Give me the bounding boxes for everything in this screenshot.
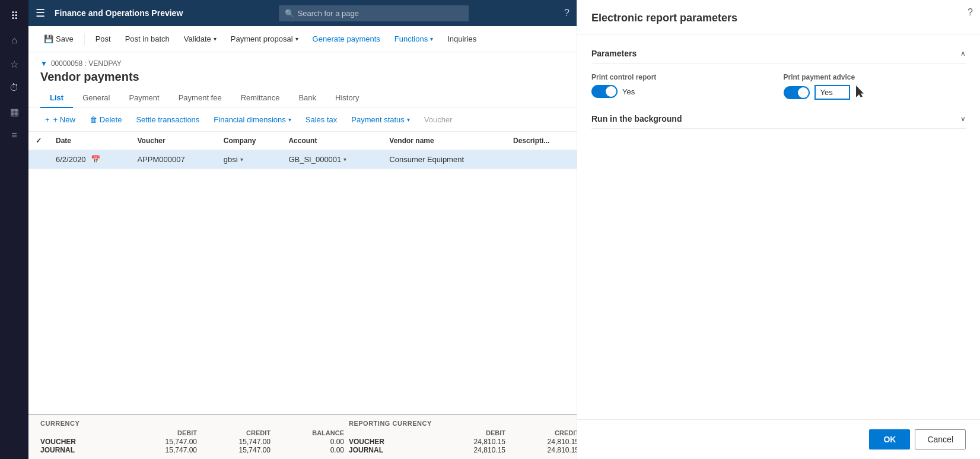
table-header-row: ✓ Date Voucher Company Account Vendor na… — [28, 132, 577, 150]
filter-icon: ▼ — [40, 59, 47, 68]
app-title: Finance and Operations Preview — [55, 8, 183, 18]
print-payment-param: Print payment advice Yes — [784, 73, 966, 100]
ok-button[interactable]: OK — [869, 429, 910, 449]
new-button[interactable]: + + New — [40, 113, 80, 126]
parameters-section-title: Parameters — [591, 49, 637, 58]
print-payment-label: Print payment advice — [784, 73, 966, 81]
payment-status-chevron-icon: ▾ — [407, 116, 410, 123]
voucher-button[interactable]: Voucher — [419, 113, 457, 126]
print-control-toggle[interactable] — [591, 85, 618, 98]
right-panel: ? Electronic report parameters Parameter… — [577, 0, 980, 459]
page-title: Vendor payments — [40, 70, 565, 84]
row-description — [506, 150, 577, 169]
parameters-section-header[interactable]: Parameters ∧ — [591, 44, 966, 64]
settle-transactions-button[interactable]: Settle transactions — [131, 113, 204, 126]
col-voucher: Voucher — [130, 132, 216, 150]
delete-icon: 🗑 — [90, 115, 97, 124]
waffle-icon[interactable]: ⠿ — [6, 5, 23, 27]
print-payment-control: Yes — [784, 85, 966, 100]
help-icon[interactable]: ? — [564, 8, 569, 18]
validate-button[interactable]: Validate ▾ — [178, 31, 222, 47]
table-row[interactable]: 6/2/2020 📅 APPM000007 gbsi ▾ — [28, 150, 577, 169]
functions-chevron-icon: ▾ — [430, 36, 433, 42]
panel-header: Electronic report parameters — [577, 0, 980, 34]
tab-general[interactable]: General — [73, 88, 119, 108]
post-button[interactable]: Post — [90, 31, 117, 47]
cancel-button[interactable]: Cancel — [915, 429, 966, 449]
star-icon[interactable]: ☆ — [4, 53, 25, 75]
col-description: Descripti... — [506, 132, 577, 150]
sales-tax-button[interactable]: Sales tax — [301, 113, 342, 126]
parameters-chevron-icon: ∧ — [960, 49, 966, 58]
col-vendor-name: Vendor name — [382, 132, 506, 150]
print-control-toggle-knob — [606, 86, 616, 97]
print-control-value: Yes — [622, 87, 635, 96]
delete-button[interactable]: 🗑 Delete — [85, 113, 127, 126]
clock-icon[interactable]: ⏱ — [4, 77, 25, 99]
account-chevron-icon[interactable]: ▾ — [343, 156, 346, 163]
col-date: Date — [49, 132, 130, 150]
row-account: GB_SI_000001 ▾ — [281, 150, 382, 169]
tab-payment-fee[interactable]: Payment fee — [169, 88, 231, 108]
save-icon: 💾 — [44, 34, 53, 43]
hamburger-icon[interactable]: ☰ — [36, 7, 45, 20]
main-area: ☰ Finance and Operations Preview 🔍 ? 💾 S… — [28, 0, 577, 459]
date-calendar-icon[interactable]: 📅 — [91, 155, 100, 164]
currency-section: CURRENCY DEBIT CREDIT BALANCE VOUCHER 15… — [40, 420, 344, 454]
payment-status-button[interactable]: Payment status ▾ — [346, 113, 415, 126]
reporting-currency-label: REPORTING CURRENCY — [349, 420, 577, 427]
row-vendor-name: Consumer Equipment — [382, 150, 506, 169]
post-batch-button[interactable]: Post in batch — [119, 31, 176, 47]
currency-label: CURRENCY — [40, 420, 344, 427]
functions-button[interactable]: Functions ▾ — [389, 31, 439, 47]
list-icon[interactable]: ≡ — [4, 125, 25, 146]
parameters-section: Parameters ∧ Print control report Yes — [591, 44, 966, 100]
payment-proposal-chevron-icon: ▾ — [295, 36, 298, 42]
panel-footer: OK Cancel — [577, 419, 980, 459]
print-control-param: Print control report Yes — [591, 73, 774, 100]
panel-title: Electronic report parameters — [591, 12, 966, 24]
home-icon[interactable]: ⌂ — [4, 30, 25, 51]
row-date: 6/2/2020 📅 — [49, 150, 130, 169]
tab-bank[interactable]: Bank — [289, 88, 326, 108]
financial-dimensions-button[interactable]: Financial dimensions ▾ — [209, 113, 295, 126]
reporting-journal-row: JOURNAL 24,810.15 24,810.15 24,810.15 — [349, 446, 577, 454]
payments-table: ✓ Date Voucher Company Account Vendor na… — [28, 132, 577, 169]
table-container: ✓ Date Voucher Company Account Vendor na… — [28, 132, 577, 414]
run-background-header[interactable]: Run in the background ∨ — [591, 109, 966, 129]
panel-help-icon[interactable]: ? — [968, 7, 973, 18]
generate-payments-button[interactable]: Generate payments — [307, 31, 386, 47]
tab-list[interactable]: List — [40, 88, 73, 108]
top-header: ☰ Finance and Operations Preview 🔍 ? — [28, 0, 577, 26]
tabs: List General Payment Payment fee Remitta… — [28, 88, 577, 108]
action-bar: + + New 🗑 Delete Settle transactions Fin… — [28, 108, 577, 132]
print-control-label: Print control report — [591, 73, 774, 81]
save-button[interactable]: 💾 Save — [38, 31, 79, 47]
footer-totals: CURRENCY DEBIT CREDIT BALANCE VOUCHER 15… — [28, 414, 577, 459]
separator-1 — [84, 33, 85, 45]
payment-proposal-button[interactable]: Payment proposal ▾ — [225, 31, 304, 47]
run-background-title: Run in the background — [591, 114, 682, 124]
grid-icon[interactable]: ▦ — [4, 101, 25, 122]
voucher-row: VOUCHER 15,747.00 15,747.00 0.00 — [40, 438, 344, 446]
print-control-control: Yes — [591, 85, 774, 98]
params-grid: Print control report Yes Print payment a… — [591, 73, 966, 100]
inquiries-button[interactable]: Inquiries — [441, 31, 482, 47]
row-check[interactable] — [28, 150, 49, 169]
new-plus-icon: + — [45, 115, 50, 124]
col-company: Company — [217, 132, 282, 150]
tab-payment[interactable]: Payment — [119, 88, 168, 108]
search-input[interactable] — [279, 5, 469, 21]
tab-history[interactable]: History — [326, 88, 368, 108]
company-chevron-icon[interactable]: ▾ — [240, 156, 243, 163]
row-company: gbsi ▾ — [217, 150, 282, 169]
reporting-currency-section: REPORTING CURRENCY DEBIT CREDIT BALANCE … — [349, 420, 577, 454]
row-voucher: APPM000007 — [130, 150, 216, 169]
breadcrumb: ▼ 00000058 : VENDPAY — [40, 59, 565, 68]
print-payment-toggle[interactable] — [784, 86, 810, 99]
sidebar: ⠿ ⌂ ☆ ⏱ ▦ ≡ — [0, 0, 28, 459]
page-content: ▼ 00000058 : VENDPAY Vendor payments Lis… — [28, 52, 577, 459]
print-payment-value-input[interactable]: Yes — [814, 85, 850, 100]
reporting-voucher-row: VOUCHER 24,810.15 24,810.15 24,810.15 — [349, 438, 577, 446]
tab-remittance[interactable]: Remittance — [231, 88, 289, 108]
